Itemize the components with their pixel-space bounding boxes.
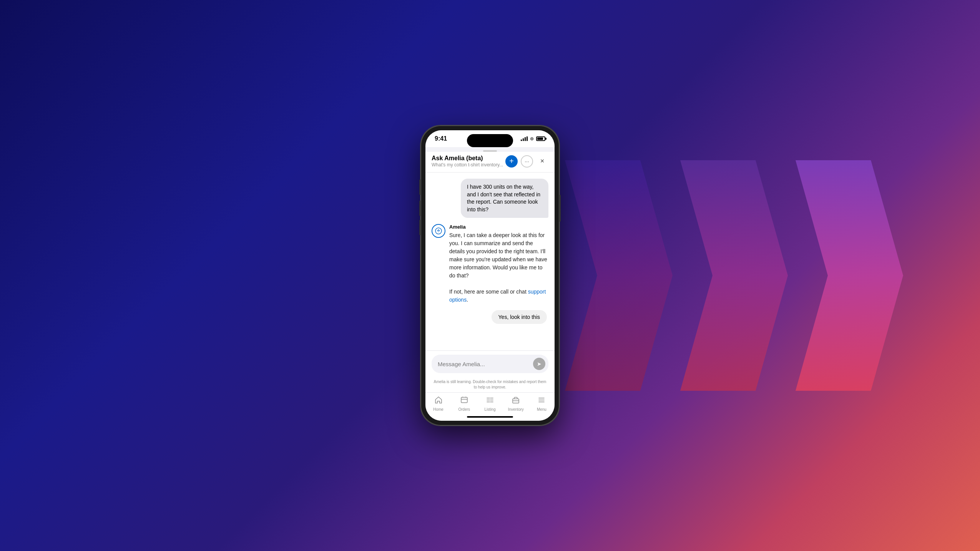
- more-options-button[interactable]: ···: [521, 155, 533, 168]
- tab-listing[interactable]: Listing: [477, 396, 503, 412]
- phone-device: 9:41 ⊛: [421, 126, 559, 425]
- message-input-area: ➤: [425, 350, 555, 377]
- tab-home[interactable]: Home: [425, 396, 451, 412]
- tab-inventory[interactable]: Inventory: [503, 396, 529, 412]
- arrow-chevron-2: [680, 160, 788, 391]
- svg-point-1: [438, 231, 439, 232]
- signal-icon: [521, 136, 528, 141]
- amelia-content: Amelia Sure, I can take a deeper look at…: [449, 224, 548, 304]
- status-bar: 9:41 ⊛: [425, 130, 555, 147]
- tab-menu-label: Menu: [537, 407, 546, 412]
- orders-icon: [460, 396, 468, 406]
- top-bar-info: Ask Amelia (beta) What's my cotton t-shi…: [432, 155, 505, 168]
- tab-listing-label: Listing: [485, 407, 496, 412]
- listing-icon: [486, 396, 494, 406]
- message-input-row: ➤: [432, 355, 548, 373]
- tab-inventory-label: Inventory: [508, 407, 524, 412]
- chat-subtitle: What's my cotton t-shirt inventory...: [432, 162, 505, 168]
- home-indicator: [425, 413, 555, 421]
- status-time: 9:41: [435, 135, 447, 142]
- disclaimer: Amelia is still learning. Double-check f…: [425, 377, 555, 392]
- support-link[interactable]: support options: [449, 289, 546, 303]
- menu-icon: [537, 396, 546, 406]
- amelia-text: Sure, I can take a deeper look at this f…: [449, 231, 548, 304]
- chat-title: Ask Amelia (beta): [432, 155, 505, 162]
- top-bar: Ask Amelia (beta) What's my cotton t-shi…: [425, 152, 555, 173]
- amelia-name: Amelia: [449, 224, 548, 230]
- phone-screen: 9:41 ⊛: [425, 130, 555, 421]
- arrow-chevron-1: [796, 160, 903, 391]
- tab-menu[interactable]: Menu: [529, 396, 555, 412]
- message-input[interactable]: [438, 361, 530, 367]
- tab-bar: Home Orders: [425, 392, 555, 413]
- user-message: I have 300 units on the way, and I don't…: [461, 179, 548, 218]
- home-icon: [434, 396, 443, 406]
- home-bar: [467, 416, 513, 418]
- tab-orders[interactable]: Orders: [451, 396, 477, 412]
- amelia-avatar: [432, 224, 445, 238]
- amelia-message: Amelia Sure, I can take a deeper look at…: [432, 224, 548, 304]
- svg-point-5: [490, 402, 490, 402]
- tab-orders-label: Orders: [458, 407, 470, 412]
- arrow-chevron-3: [565, 160, 673, 391]
- cta-button[interactable]: Yes, look into this: [492, 310, 547, 324]
- background-arrows: [565, 160, 903, 391]
- inventory-icon: [512, 396, 520, 406]
- top-bar-actions: + ··· ×: [505, 155, 548, 168]
- tab-home-label: Home: [433, 407, 443, 412]
- svg-point-3: [490, 398, 490, 398]
- add-button[interactable]: +: [505, 155, 518, 168]
- svg-rect-2: [461, 397, 467, 403]
- dynamic-island: [467, 134, 513, 147]
- cta-area: Yes, look into this: [432, 310, 548, 324]
- status-icons: ⊛: [521, 136, 545, 141]
- wifi-icon: ⊛: [530, 136, 534, 141]
- send-button[interactable]: ➤: [533, 358, 545, 370]
- svg-point-0: [435, 228, 442, 234]
- phone-wrapper: 9:41 ⊛: [421, 126, 559, 425]
- close-button[interactable]: ×: [536, 155, 548, 168]
- battery-icon: [536, 136, 545, 141]
- svg-point-4: [490, 400, 490, 400]
- chat-area: I have 300 units on the way, and I don't…: [425, 173, 555, 350]
